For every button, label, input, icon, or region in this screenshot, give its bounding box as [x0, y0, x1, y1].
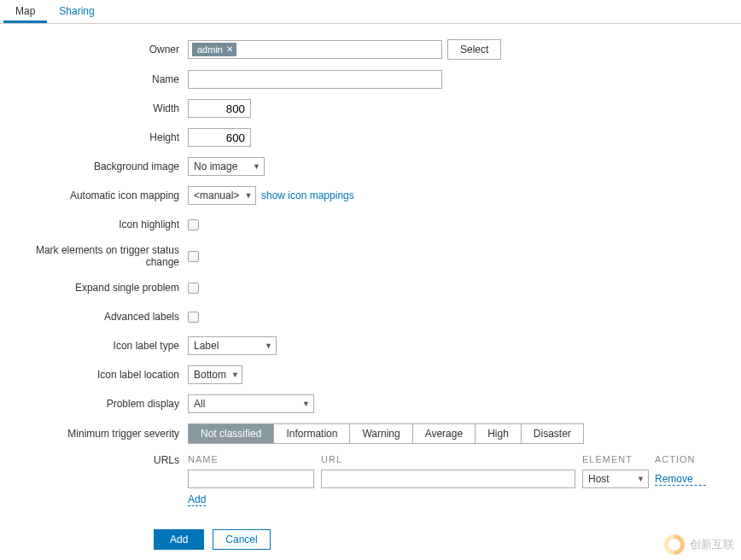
- urls-header-name: NAME: [188, 454, 321, 464]
- add-button[interactable]: Add: [154, 529, 204, 550]
- label-urls: URLs: [0, 454, 188, 466]
- icon-label-type-select[interactable]: Label ▼: [188, 336, 277, 355]
- tab-map[interactable]: Map: [3, 0, 47, 23]
- label-owner: Owner: [0, 44, 188, 55]
- icon-highlight-checkbox[interactable]: [188, 219, 199, 230]
- show-icon-mappings-link[interactable]: show icon mappings: [261, 190, 354, 201]
- chevron-down-icon: ▼: [231, 370, 239, 379]
- label-icon-label-location: Icon label location: [0, 369, 188, 381]
- tabs: Map Sharing: [0, 0, 741, 24]
- width-input[interactable]: [188, 99, 251, 118]
- icon-label-location-value: Bottom: [194, 369, 226, 381]
- url-remove-link[interactable]: Remove: [655, 473, 706, 486]
- label-auto-icon-mapping: Automatic icon mapping: [0, 190, 188, 201]
- severity-not-classified[interactable]: Not classified: [189, 424, 274, 443]
- problem-display-select[interactable]: All ▼: [188, 394, 314, 413]
- severity-segmented: Not classified Information Warning Avera…: [188, 423, 584, 444]
- background-image-value: No image: [194, 160, 237, 172]
- cancel-button[interactable]: Cancel: [213, 529, 270, 550]
- icon-label-location-select[interactable]: Bottom ▼: [188, 365, 242, 384]
- icon-label-type-value: Label: [194, 340, 219, 352]
- problem-display-value: All: [194, 398, 205, 410]
- tab-sharing[interactable]: Sharing: [47, 0, 106, 23]
- auto-icon-mapping-value: <manual>: [194, 190, 239, 201]
- expand-single-checkbox[interactable]: [188, 283, 199, 294]
- label-advanced-labels: Advanced labels: [0, 311, 188, 323]
- url-element-select[interactable]: Host ▼: [582, 470, 649, 488]
- urls-row: Host ▼ Remove: [188, 470, 724, 488]
- watermark: 创新互联: [664, 534, 734, 555]
- name-input[interactable]: [188, 70, 442, 89]
- owner-input[interactable]: admin ✕: [188, 40, 442, 59]
- watermark-text: 创新互联: [690, 537, 734, 552]
- owner-select-button[interactable]: Select: [447, 39, 501, 60]
- url-url-input[interactable]: [321, 470, 575, 488]
- chevron-down-icon: ▼: [302, 400, 310, 408]
- mark-trigger-checkbox[interactable]: [188, 251, 199, 262]
- label-name: Name: [0, 73, 188, 85]
- owner-tag-text: admin: [197, 44, 223, 55]
- auto-icon-mapping-select[interactable]: <manual> ▼: [188, 186, 256, 205]
- label-icon-highlight: Icon highlight: [0, 219, 188, 230]
- advanced-labels-checkbox[interactable]: [188, 312, 199, 323]
- chevron-down-icon: ▼: [637, 475, 645, 483]
- url-add-link[interactable]: Add: [188, 493, 206, 506]
- label-problem-display: Problem display: [0, 398, 188, 410]
- chevron-down-icon: ▼: [265, 341, 272, 350]
- severity-information[interactable]: Information: [274, 424, 350, 443]
- label-expand-single: Expand single problem: [0, 282, 188, 294]
- severity-average[interactable]: Average: [413, 424, 476, 443]
- owner-tag[interactable]: admin ✕: [192, 43, 236, 56]
- height-input[interactable]: [188, 128, 251, 147]
- severity-disaster[interactable]: Disaster: [522, 424, 583, 443]
- label-background-image: Background image: [0, 160, 188, 172]
- url-element-value: Host: [588, 473, 610, 485]
- urls-header-action: ACTION: [655, 454, 706, 464]
- label-min-trigger-severity: Minimum trigger severity: [0, 428, 188, 440]
- watermark-icon: [664, 534, 685, 555]
- owner-tag-remove-icon[interactable]: ✕: [226, 44, 233, 55]
- label-mark-trigger: Mark elements on trigger status change: [0, 244, 188, 268]
- urls-header-url: URL: [321, 454, 582, 464]
- background-image-select[interactable]: No image ▼: [188, 157, 265, 176]
- chevron-down-icon: ▼: [253, 162, 260, 171]
- chevron-down-icon: ▼: [244, 191, 252, 200]
- url-name-input[interactable]: [188, 470, 314, 488]
- severity-high[interactable]: High: [476, 424, 522, 443]
- form: Owner admin ✕ Select Name Width Height: [0, 24, 741, 550]
- severity-warning[interactable]: Warning: [350, 424, 412, 443]
- label-width: Width: [0, 102, 188, 114]
- label-icon-label-type: Icon label type: [0, 340, 188, 352]
- urls-header-element: ELEMENT: [582, 454, 655, 464]
- label-height: Height: [0, 131, 188, 143]
